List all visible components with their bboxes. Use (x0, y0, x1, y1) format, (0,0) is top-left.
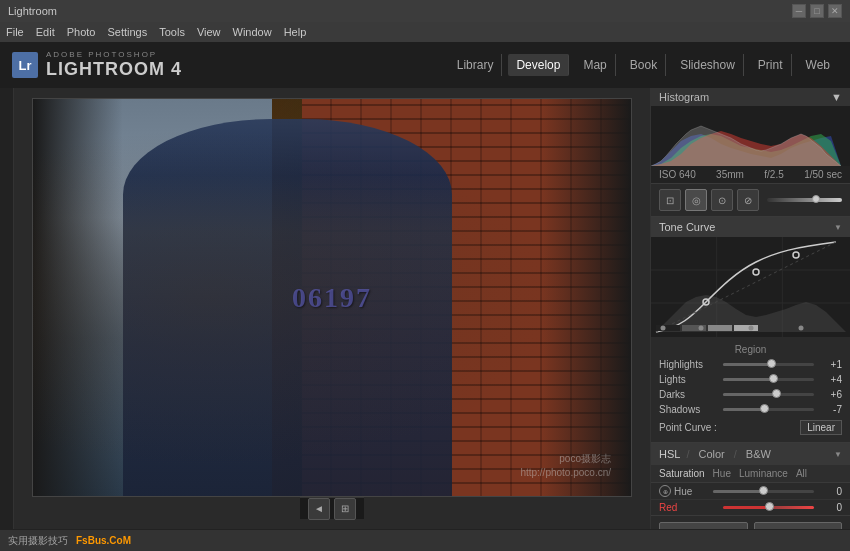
filmstrip-nav-left[interactable]: ◄ (308, 498, 330, 520)
histogram-title: Histogram (659, 91, 709, 103)
spot-removal-tool[interactable]: ◎ (685, 189, 707, 211)
hsl-sep1: / (686, 448, 689, 460)
hsl-sub-tabs: Saturation Hue Luminance All (651, 465, 850, 483)
hsl-red-row: Red 0 (651, 500, 850, 515)
hsl-sep2: / (734, 448, 737, 460)
tools-row: ⊡ ◎ ⊙ ⊘ (651, 184, 850, 217)
hsl-tab-color[interactable]: Color (695, 447, 727, 461)
histogram-header: Histogram ▼ (651, 88, 850, 106)
right-panel: Histogram ▼ (650, 88, 850, 529)
lights-track[interactable] (723, 378, 814, 381)
top-bar: Lr ADOBE PHOTOSHOP LIGHTROOM 4 Library D… (0, 42, 850, 88)
tone-curve-sliders: Region Highlights +1 Lights (651, 337, 850, 442)
target-icon[interactable]: ⊕ (659, 485, 671, 497)
point-curve-label: Point Curve : (659, 422, 796, 433)
photo-background (33, 99, 631, 496)
region-label: Region (651, 341, 850, 357)
previous-button[interactable]: Previous (659, 522, 748, 529)
reset-button[interactable]: Reset (754, 522, 843, 529)
highlights-label: Highlights (659, 359, 719, 370)
point-curve-dropdown[interactable]: Linear (800, 420, 842, 435)
photo-overlay (33, 99, 631, 496)
tab-slideshow[interactable]: Slideshow (672, 54, 744, 76)
hsl-hue-track[interactable] (713, 490, 814, 493)
filmstrip-zoom[interactable]: ⊞ (334, 498, 356, 520)
darks-track[interactable] (723, 393, 814, 396)
tone-curve-arrow: ▼ (834, 223, 842, 232)
minimize-button[interactable]: ─ (792, 4, 806, 18)
status-bar: 实用摄影技巧 FsBus.CoM (0, 529, 850, 551)
shadows-slider-row: Shadows -7 (651, 402, 850, 417)
hsl-red-track[interactable] (723, 506, 814, 509)
tab-web[interactable]: Web (798, 54, 838, 76)
redeye-tool[interactable]: ⊙ (711, 189, 733, 211)
tab-library[interactable]: Library (449, 54, 503, 76)
svg-rect-12 (708, 325, 732, 331)
svg-point-17 (799, 326, 804, 331)
darks-fill (723, 393, 776, 396)
tab-develop[interactable]: Develop (508, 54, 569, 76)
tab-map[interactable]: Map (575, 54, 615, 76)
highlights-track[interactable] (723, 363, 814, 366)
lights-fill (723, 378, 773, 381)
lights-thumb[interactable] (769, 374, 778, 383)
main-content: 06197 poco摄影志 http://photo.poco.cn/ ◄ ⊞ … (0, 88, 850, 529)
window-controls: ─ □ ✕ (792, 4, 842, 18)
svg-point-14 (661, 326, 666, 331)
tab-book[interactable]: Book (622, 54, 666, 76)
logo-area: Lr ADOBE PHOTOSHOP LIGHTROOM 4 (12, 50, 182, 80)
hsl-section: HSL / Color / B&W ▼ Saturation Hue Lumin… (651, 443, 850, 516)
exposure-slider-thumb[interactable] (812, 195, 820, 203)
logo-text: ADOBE PHOTOSHOP LIGHTROOM 4 (46, 50, 182, 80)
menu-help[interactable]: Help (284, 26, 307, 38)
histogram-section: Histogram ▼ (651, 88, 850, 184)
menu-tools[interactable]: Tools (159, 26, 185, 38)
highlights-thumb[interactable] (767, 359, 776, 368)
hsl-sub-tab-luminance[interactable]: Luminance (739, 468, 788, 479)
tone-curve-svg (651, 237, 850, 337)
exposure-slider-track[interactable] (767, 198, 842, 202)
logo-brand: LIGHTROOM 4 (46, 59, 182, 80)
tab-print[interactable]: Print (750, 54, 792, 76)
hsl-sub-tab-saturation[interactable]: Saturation (659, 468, 705, 479)
darks-slider-row: Darks +6 (651, 387, 850, 402)
menu-file[interactable]: File (6, 26, 24, 38)
shadows-thumb[interactable] (760, 404, 769, 413)
brush-tool[interactable]: ⊘ (737, 189, 759, 211)
hsl-red-thumb[interactable] (765, 502, 774, 511)
menu-window[interactable]: Window (233, 26, 272, 38)
hsl-title: HSL (659, 448, 680, 460)
menu-photo[interactable]: Photo (67, 26, 96, 38)
darks-value: +6 (818, 389, 842, 400)
menu-bar: File Edit Photo Settings Tools View Wind… (0, 22, 850, 42)
close-button[interactable]: ✕ (828, 4, 842, 18)
highlights-value: +1 (818, 359, 842, 370)
menu-edit[interactable]: Edit (36, 26, 55, 38)
lights-value: +4 (818, 374, 842, 385)
histogram-canvas (651, 106, 850, 166)
hsl-red-label: Red (659, 502, 719, 513)
hsl-hue-thumb[interactable] (759, 486, 768, 495)
hsl-sub-tab-all[interactable]: All (796, 468, 807, 479)
shadows-value: -7 (818, 404, 842, 415)
menu-settings[interactable]: Settings (107, 26, 147, 38)
hsl-sub-tab-hue[interactable]: Hue (713, 468, 731, 479)
svg-rect-13 (734, 325, 758, 331)
highlights-fill (723, 363, 770, 366)
nav-tabs: Library Develop Map Book Slideshow Print… (449, 54, 838, 76)
tone-curve-header[interactable]: Tone Curve ▼ (651, 217, 850, 237)
hsl-arrow[interactable]: ▼ (834, 450, 842, 459)
histogram-collapse-icon[interactable]: ▼ (831, 91, 842, 103)
darks-thumb[interactable] (772, 389, 781, 398)
hsl-red-value: 0 (818, 502, 842, 513)
hsl-tab-bw[interactable]: B&W (743, 447, 774, 461)
tone-curve-canvas[interactable] (651, 237, 850, 337)
shutter-value: 1/50 sec (804, 169, 842, 180)
shadows-track[interactable] (723, 408, 814, 411)
maximize-button[interactable]: □ (810, 4, 824, 18)
title-bar: Lightroom ─ □ ✕ (0, 0, 850, 22)
menu-view[interactable]: View (197, 26, 221, 38)
crop-tool[interactable]: ⊡ (659, 189, 681, 211)
logo-subtitle: ADOBE PHOTOSHOP (46, 50, 182, 59)
histogram-svg (651, 106, 850, 166)
